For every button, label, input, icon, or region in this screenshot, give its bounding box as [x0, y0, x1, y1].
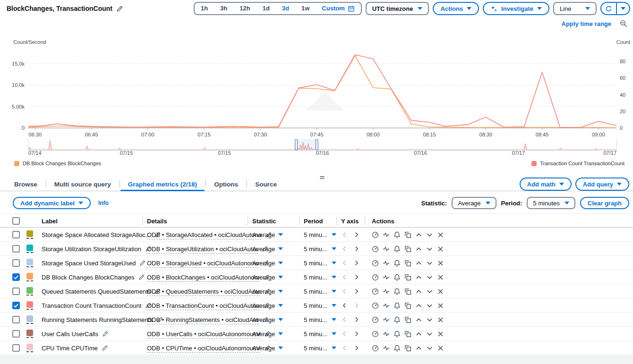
create-alarm-icon[interactable] — [393, 231, 401, 238]
create-alarm-icon[interactable] — [393, 245, 401, 253]
duplicate-icon[interactable] — [404, 288, 411, 295]
remove-icon[interactable] — [437, 245, 444, 253]
create-alarm-icon[interactable] — [393, 260, 401, 267]
period-select[interactable]: 5 minutes — [527, 197, 575, 209]
duplicate-icon[interactable] — [404, 260, 411, 267]
metric-details[interactable]: ODB • StorageUtilization • ociCloudAutor — [147, 245, 258, 253]
row-checkbox[interactable] — [12, 316, 20, 323]
select-all-checkbox[interactable] — [12, 217, 20, 225]
move-down-icon[interactable] — [426, 231, 433, 238]
row-checkbox[interactable] — [12, 330, 20, 338]
statistic-dropdown[interactable]: Average — [252, 341, 283, 355]
statistic-dropdown[interactable]: Average — [252, 242, 283, 256]
metric-color-swatch[interactable] — [26, 315, 33, 324]
metric-color-swatch[interactable] — [26, 259, 33, 267]
period-dropdown[interactable]: 5 minu... — [304, 284, 336, 298]
metric-details[interactable]: ODB • CPUTime • ociCloudAutonomousV — [147, 345, 260, 352]
metric-color-swatch[interactable] — [26, 273, 33, 281]
remove-icon[interactable] — [437, 345, 444, 352]
metric-details[interactable]: ODB • UserCalls • ociCloudAutonomousV — [147, 330, 260, 338]
period-dropdown[interactable]: 5 minu... — [304, 313, 336, 327]
add-dynamic-label-button[interactable]: Add dynamic label — [13, 197, 91, 209]
chart-type-select[interactable]: Line — [553, 2, 597, 15]
pulse-icon[interactable] — [383, 330, 390, 338]
statistic-select[interactable]: Average — [452, 197, 496, 209]
pulse-icon[interactable] — [383, 274, 390, 281]
statistic-dropdown[interactable]: Average — [252, 298, 283, 313]
move-down-icon[interactable] — [426, 330, 433, 338]
anomaly-detection-icon[interactable] — [372, 231, 379, 238]
investigate-button[interactable]: Investigate — [483, 2, 549, 15]
time-range-1d[interactable]: 1d — [257, 3, 276, 14]
timeline-handle-left[interactable] — [295, 139, 298, 150]
row-checkbox[interactable] — [12, 344, 20, 352]
move-left-axis-icon[interactable] — [341, 288, 348, 295]
duplicate-icon[interactable] — [404, 316, 411, 323]
move-left-axis-icon[interactable] — [341, 330, 348, 337]
metric-color-swatch[interactable] — [26, 301, 33, 310]
remove-icon[interactable] — [437, 288, 444, 295]
time-range-3h[interactable]: 3h — [214, 3, 233, 14]
refresh-button[interactable] — [600, 2, 630, 15]
metric-details[interactable]: ODB • QueuedStatements • ociCloudAutc — [147, 288, 260, 295]
move-left-axis-icon[interactable] — [341, 245, 348, 252]
anomaly-detection-icon[interactable] — [372, 302, 379, 309]
pulse-icon[interactable] — [383, 302, 390, 309]
legend-blockchanges[interactable]: DB Block Changes BlockChanges — [14, 161, 101, 166]
move-left-axis-icon[interactable] — [341, 316, 348, 323]
move-up-icon[interactable] — [415, 274, 422, 281]
time-range-12h[interactable]: 12h — [233, 3, 256, 14]
move-down-icon[interactable] — [426, 260, 433, 267]
pulse-icon[interactable] — [383, 260, 390, 267]
move-right-axis-icon[interactable] — [353, 345, 360, 351]
row-checkbox[interactable] — [12, 273, 20, 281]
duplicate-icon[interactable] — [404, 302, 411, 309]
statistic-dropdown[interactable]: Average — [252, 284, 283, 298]
period-dropdown[interactable]: 5 minu... — [304, 298, 336, 313]
row-checkbox[interactable] — [12, 302, 20, 309]
row-checkbox[interactable] — [12, 231, 20, 238]
statistic-dropdown[interactable]: Average — [252, 313, 283, 327]
time-range-1h[interactable]: 1h — [195, 3, 214, 14]
move-left-axis-icon[interactable] — [341, 274, 348, 280]
metric-details[interactable]: ODB • RunningStatements • ociCloudAut — [147, 316, 258, 323]
period-dropdown[interactable]: 5 minu... — [304, 256, 336, 270]
row-checkbox[interactable] — [12, 245, 20, 253]
metric-details[interactable]: ODB • StorageUsed • ociCloudAutonomo — [147, 260, 259, 267]
apply-time-range-link[interactable]: Apply time range — [562, 20, 611, 27]
edit-label-icon[interactable] — [139, 260, 146, 266]
move-right-axis-icon[interactable] — [353, 274, 360, 280]
remove-icon[interactable] — [437, 260, 444, 267]
clear-graph-button[interactable]: Clear graph — [580, 197, 629, 209]
move-left-axis-icon[interactable] — [341, 302, 348, 309]
duplicate-icon[interactable] — [404, 274, 411, 281]
move-down-icon[interactable] — [426, 345, 433, 352]
metric-color-swatch[interactable] — [26, 287, 33, 296]
remove-icon[interactable] — [437, 274, 444, 281]
metric-color-swatch[interactable] — [26, 330, 33, 338]
period-dropdown[interactable]: 5 minu... — [304, 327, 336, 341]
move-down-icon[interactable] — [426, 288, 433, 295]
create-alarm-icon[interactable] — [393, 330, 401, 338]
move-down-icon[interactable] — [426, 245, 433, 253]
move-right-axis-icon[interactable] — [353, 330, 360, 337]
move-down-icon[interactable] — [426, 274, 433, 281]
metric-details[interactable]: ODB • TransactionCount • ociCloudAuton — [147, 302, 259, 309]
metric-details[interactable]: ODB • BlockChanges • ociCloudAutonom — [147, 274, 259, 281]
row-checkbox[interactable] — [12, 259, 20, 267]
tab-multi-source-query[interactable]: Multi source query — [46, 178, 120, 191]
legend-transactioncount[interactable]: Transaction Count TransactionCount — [531, 161, 624, 166]
move-left-axis-icon[interactable] — [341, 231, 348, 238]
edit-label-icon[interactable] — [102, 345, 108, 351]
info-link[interactable]: Info — [98, 200, 109, 206]
move-up-icon[interactable] — [415, 316, 422, 323]
pulse-icon[interactable] — [383, 245, 390, 253]
remove-icon[interactable] — [437, 302, 444, 309]
move-right-axis-icon[interactable] — [353, 316, 360, 323]
pulse-icon[interactable] — [383, 345, 390, 352]
remove-icon[interactable] — [437, 316, 444, 323]
tab-graphed-metrics-2-18[interactable]: Graphed metrics (2/18) — [120, 178, 205, 191]
move-down-icon[interactable] — [426, 316, 433, 323]
timeline-handle-right[interactable] — [316, 139, 318, 150]
chart-canvas[interactable]: Count/SecondCount05.00k10.0k15.0k0204060… — [0, 31, 633, 160]
